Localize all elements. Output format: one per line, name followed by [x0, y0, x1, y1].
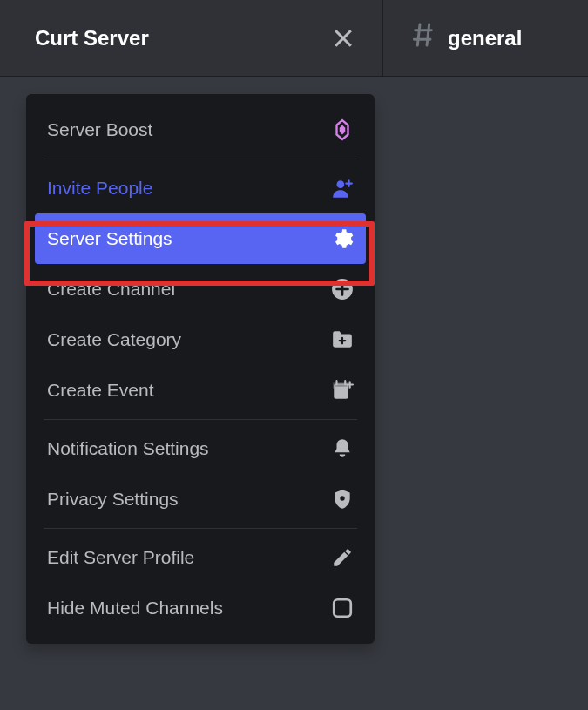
- add-person-icon: [331, 177, 354, 199]
- menu-label: Server Boost: [47, 119, 152, 140]
- menu-item-server-settings[interactable]: Server Settings: [35, 213, 366, 264]
- svg-point-6: [340, 496, 344, 500]
- close-icon[interactable]: [330, 25, 356, 51]
- server-dropdown-menu: Server Boost Invite People Server Settin…: [26, 94, 375, 644]
- server-name: Curt Server: [35, 26, 149, 51]
- checkbox-empty-icon: [331, 597, 354, 619]
- menu-label: Privacy Settings: [47, 489, 179, 510]
- menu-label: Invite People: [47, 178, 152, 199]
- divider: [44, 159, 357, 159]
- menu-label: Create Event: [47, 380, 154, 401]
- gear-icon: [331, 227, 354, 250]
- pencil-icon: [331, 546, 354, 569]
- server-header[interactable]: Curt Server: [0, 0, 383, 76]
- menu-item-hide-muted-channels[interactable]: Hide Muted Channels: [35, 583, 366, 633]
- bell-icon: [331, 437, 354, 460]
- menu-item-server-boost[interactable]: Server Boost: [35, 105, 366, 155]
- menu-item-create-channel[interactable]: Create Channel: [35, 264, 366, 314]
- svg-rect-7: [334, 599, 351, 617]
- menu-label: Server Settings: [47, 228, 172, 249]
- boost-icon: [331, 118, 354, 141]
- menu-label: Hide Muted Channels: [47, 598, 223, 619]
- app-header: Curt Server general: [0, 0, 588, 77]
- hash-icon: [409, 21, 437, 56]
- menu-item-edit-server-profile[interactable]: Edit Server Profile: [35, 532, 366, 583]
- channel-header: general: [383, 0, 588, 76]
- menu-label: Create Channel: [47, 279, 175, 300]
- menu-item-invite-people[interactable]: Invite People: [35, 163, 366, 213]
- menu-item-create-category[interactable]: Create Category: [35, 314, 366, 365]
- folder-add-icon: [331, 328, 354, 351]
- divider: [44, 528, 357, 529]
- svg-point-2: [337, 180, 345, 188]
- menu-item-create-event[interactable]: Create Event: [35, 365, 366, 416]
- channel-name: general: [448, 26, 522, 51]
- menu-label: Edit Server Profile: [47, 547, 194, 568]
- divider: [44, 419, 357, 420]
- shield-icon: [331, 488, 354, 511]
- menu-item-notification-settings[interactable]: Notification Settings: [35, 423, 366, 474]
- menu-label: Notification Settings: [47, 438, 209, 459]
- menu-item-privacy-settings[interactable]: Privacy Settings: [35, 474, 366, 524]
- calendar-add-icon: [331, 379, 354, 402]
- menu-label: Create Category: [47, 329, 181, 350]
- add-circle-icon: [331, 278, 354, 301]
